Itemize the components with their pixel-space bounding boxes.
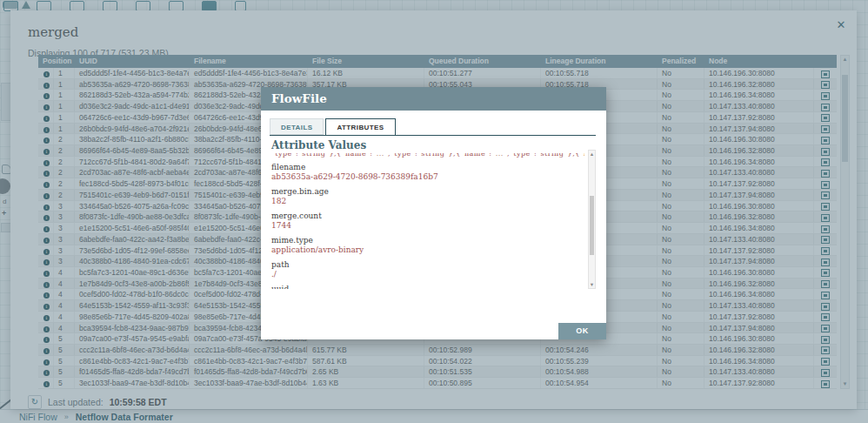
attribute-value: 1744: [271, 221, 584, 231]
tab-details[interactable]: DETAILS: [270, 118, 324, 135]
attribute-values-heading: Attribute Values: [271, 139, 366, 151]
attribute-value: 182: [271, 197, 584, 206]
tab-underline: [270, 135, 596, 136]
ok-button[interactable]: OK: [558, 323, 606, 339]
flowfile-dialog: FlowFile DETAILSATTRIBUTES Attribute Val…: [261, 87, 606, 339]
attributes-scrollbar[interactable]: ▲ ▼: [588, 150, 596, 289]
attribute-item: mime.typeapplication/avro-binary: [271, 236, 584, 255]
attribute-name: mime.type: [271, 236, 584, 245]
attribute-item: filenameab53635a-a629-4720-8698-736389fa…: [271, 163, 584, 182]
attribute-value: application/avro-binary: [271, 245, 584, 255]
attribute-list: "type":"string"},{"name":"...","type":"s…: [271, 153, 584, 289]
attribute-item: path./: [271, 260, 584, 279]
attribute-item: merge.count1744: [271, 212, 584, 231]
attribute-item: merge.bin.age182: [271, 187, 584, 206]
attribute-value: ./: [271, 270, 584, 279]
attribute-name: uuid: [271, 285, 584, 289]
attribute-name: filename: [271, 163, 584, 172]
attribute-name: merge.bin.age: [271, 187, 584, 197]
attribute-value: ab53635a-a629-4720-8698-736389fa16b7: [271, 172, 584, 182]
attribute-name: path: [271, 260, 584, 270]
scroll-up-icon[interactable]: ▲: [589, 151, 595, 158]
clipped-attribute-line: "type":"string"},{"name":"...","type":"s…: [271, 153, 584, 158]
tab-attributes[interactable]: ATTRIBUTES: [325, 118, 395, 135]
attribute-name: merge.count: [271, 212, 584, 221]
nifi-app: d + NiFi Flow»Netflow Data Formater merg…: [0, 0, 868, 423]
scrollbar-thumb[interactable]: [590, 196, 594, 255]
scroll-down-icon[interactable]: ▼: [589, 281, 595, 288]
flowfile-tabs: DETAILSATTRIBUTES: [270, 118, 396, 136]
attribute-item: uuidab53635a-a629-4720-8698-736389fa16b7: [271, 285, 584, 289]
flowfile-dialog-title: FlowFile: [271, 91, 327, 105]
flowfile-dialog-header: FlowFile: [261, 87, 606, 111]
